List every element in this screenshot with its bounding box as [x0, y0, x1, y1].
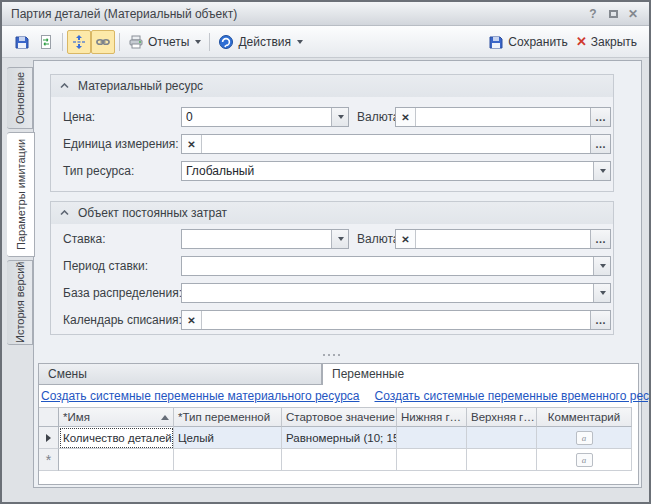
column-header-comment[interactable]: Комментарий — [537, 407, 632, 427]
column-header-name[interactable]: *Имя — [59, 407, 174, 427]
column-header-lower-bound[interactable]: Нижняя г… — [397, 407, 467, 427]
column-label: Верхняя г… — [471, 411, 535, 423]
side-tab-osnovnye[interactable]: Основные — [7, 67, 33, 129]
clear-x-button[interactable]: ✕ — [396, 108, 416, 126]
save-button[interactable] — [10, 30, 34, 54]
actions-button[interactable]: Действия — [214, 30, 307, 54]
cell-lower-bound[interactable] — [397, 427, 467, 449]
cell-start-value[interactable]: Равномерный (10; 15) — [282, 427, 397, 449]
table-row: Количество деталей Целый Равномерный (10… — [39, 427, 632, 449]
browse-ellipsis-button[interactable]: … — [590, 108, 610, 126]
clear-x-button[interactable]: ✕ — [396, 230, 416, 248]
cell-comment[interactable]: a — [537, 449, 632, 471]
unit-input[interactable] — [202, 135, 590, 153]
column-header-upper-bound[interactable]: Верхняя г… — [467, 407, 537, 427]
link-button[interactable] — [91, 30, 115, 54]
cell-type[interactable] — [174, 449, 282, 471]
side-tab-istoriya-versij[interactable]: История версий — [7, 260, 33, 345]
writeoff-calendar-input[interactable] — [202, 311, 590, 329]
close-icon: ✕ — [628, 7, 638, 21]
browse-ellipsis-button[interactable]: … — [590, 230, 610, 248]
browse-ellipsis-button[interactable]: … — [590, 135, 610, 153]
column-label: Нижняя г… — [401, 411, 461, 423]
chevron-down-icon — [600, 291, 606, 295]
collapse-chevron-icon[interactable] — [60, 83, 69, 89]
header-indicator-cell — [39, 407, 59, 427]
rate-combo — [181, 229, 349, 249]
distribution-base-label: База распределения: — [63, 283, 182, 303]
variables-panel: Создать системные переменные материально… — [38, 384, 639, 485]
tab-smeny[interactable]: Смены — [38, 363, 322, 385]
cell-start-value[interactable] — [282, 449, 397, 471]
cell-name[interactable]: Количество деталей — [59, 427, 174, 449]
close-button[interactable]: ✕ Закрыть — [572, 30, 641, 54]
group-fixed-costs: Объект постоянных затрат Ставка: Валюта:… — [50, 201, 614, 335]
clear-x-button[interactable]: ✕ — [182, 311, 202, 329]
currency-input[interactable] — [416, 230, 590, 248]
rate-dropdown-button[interactable] — [331, 230, 348, 248]
cell-type[interactable]: Целый — [174, 427, 282, 449]
dropdown-caret-icon — [195, 40, 201, 44]
reports-label: Отчеты — [148, 35, 189, 49]
tab-label: Переменные — [332, 367, 404, 381]
maximize-button[interactable] — [603, 5, 623, 23]
resource-type-dropdown-button[interactable] — [593, 162, 610, 180]
tab-peremennye[interactable]: Переменные — [322, 363, 639, 385]
window-close-button[interactable]: ✕ — [623, 5, 643, 23]
price-input[interactable] — [182, 108, 331, 126]
resource-type-input[interactable] — [182, 162, 593, 180]
rate-period-input[interactable] — [182, 257, 593, 275]
comment-memo-button[interactable]: a — [576, 453, 593, 467]
help-icon: ? — [589, 7, 596, 21]
rate-period-combo — [181, 256, 611, 276]
column-header-start-value[interactable]: Стартовое значение — [282, 407, 397, 427]
close-label: Закрыть — [591, 35, 637, 49]
split-arrows-icon — [71, 34, 87, 50]
rate-period-dropdown-button[interactable] — [593, 257, 610, 275]
column-header-type[interactable]: *Тип переменной — [174, 407, 282, 427]
comment-memo-button[interactable]: a — [576, 431, 593, 445]
currency-editor: ✕ … — [395, 107, 611, 127]
help-button[interactable]: ? — [583, 5, 603, 23]
cell-upper-bound[interactable] — [467, 449, 537, 471]
create-material-vars-link[interactable]: Создать системные переменные материально… — [41, 389, 360, 405]
close-x-icon: ✕ — [576, 34, 587, 49]
links-row: Создать системные переменные материально… — [41, 389, 636, 405]
save-commit-button[interactable]: Сохранить — [484, 30, 572, 54]
maximize-icon — [609, 10, 618, 18]
price-combo — [181, 107, 349, 127]
rate-input[interactable] — [182, 230, 331, 248]
printer-icon — [128, 34, 144, 50]
toolbar: Отчеты Действия Сохранить ✕ Закрыть — [2, 26, 649, 58]
group-title: Объект постоянных затрат — [78, 206, 227, 220]
distribution-base-dropdown-button[interactable] — [593, 284, 610, 302]
clear-x-button[interactable]: ✕ — [182, 135, 202, 153]
cell-name[interactable] — [59, 449, 174, 471]
side-tab-label: Основные — [14, 72, 26, 124]
chevron-down-icon — [600, 169, 606, 173]
chevron-down-icon — [338, 115, 344, 119]
distribution-base-input[interactable] — [182, 284, 593, 302]
side-tab-label: История версий — [14, 262, 26, 343]
new-row: * a — [39, 449, 632, 471]
reports-button[interactable]: Отчеты — [124, 30, 205, 54]
cell-upper-bound[interactable] — [467, 427, 537, 449]
grid-header-row: *Имя *Тип переменной Стартовое значение … — [39, 407, 632, 427]
refresh-button[interactable] — [34, 30, 58, 54]
currency-input[interactable] — [416, 108, 590, 126]
toolbar-separator — [62, 33, 63, 51]
side-tab-parametry-imitacii[interactable]: Параметры имитации — [7, 132, 35, 257]
window-title: Партия деталей (Материальный объект) — [11, 7, 583, 21]
cell-comment[interactable]: a — [537, 427, 632, 449]
split-view-button[interactable] — [67, 30, 91, 54]
cell-lower-bound[interactable] — [397, 449, 467, 471]
price-dropdown-button[interactable] — [331, 108, 348, 126]
rate-label: Ставка: — [63, 229, 106, 249]
side-tab-label: Параметры имитации — [15, 139, 27, 250]
chain-link-icon — [95, 34, 111, 50]
rate-period-label: Период ставки: — [63, 256, 148, 276]
splitter-handle[interactable] — [320, 352, 342, 358]
browse-ellipsis-button[interactable]: … — [590, 311, 610, 329]
create-time-vars-link[interactable]: Создать системные переменные временного … — [375, 389, 651, 405]
collapse-chevron-icon[interactable] — [60, 210, 69, 216]
